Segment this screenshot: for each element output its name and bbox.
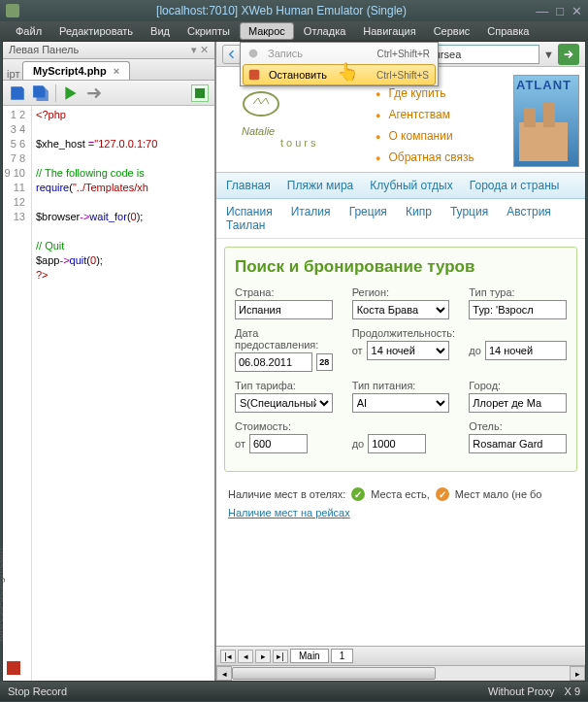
avail-ok-text: Места есть,	[371, 488, 429, 500]
menu-service[interactable]: Сервис	[426, 23, 478, 39]
date-label: Дата предоставления:	[235, 327, 333, 351]
stop-record-icon	[245, 67, 263, 83]
nav-beaches[interactable]: Пляжи мира	[287, 179, 354, 192]
watermark-text: fortress-design.com	[0, 548, 5, 642]
subnav-italy[interactable]: Италия	[291, 205, 331, 218]
menu-edit[interactable]: Редактировать	[51, 23, 141, 39]
save-button[interactable]	[9, 84, 26, 102]
run-button[interactable]	[62, 84, 80, 102]
cost-from-input[interactable]	[249, 434, 308, 453]
tab-prev-button[interactable]: ◂	[238, 650, 253, 663]
hotel-label: Отель:	[469, 420, 567, 432]
menu-macros[interactable]: Макрос	[240, 22, 294, 40]
browser-tab-1[interactable]: 1	[331, 649, 354, 663]
svg-text:Natalie: Natalie	[242, 125, 275, 137]
cost-to-input[interactable]	[368, 434, 426, 453]
menu-view[interactable]: Вид	[143, 23, 178, 39]
scroll-thumb[interactable]	[232, 667, 436, 680]
calendar-icon[interactable]: 28	[316, 353, 333, 371]
menu-navigation[interactable]: Навигация	[355, 23, 423, 39]
tariff-select[interactable]: S(Специальный)	[235, 393, 333, 413]
availability-section: Наличие мест в отелях: ✓ Места есть, ✓ М…	[216, 480, 585, 526]
editor-tab-label: MyScript4.php	[33, 65, 107, 77]
close-button[interactable]: ✕	[572, 4, 582, 18]
top-links: Где купить Агентствам О компании Обратна…	[368, 75, 504, 168]
code-editor[interactable]: 1 2 3 4 5 6 7 8 9 10 11 12 13 <?php $xhe…	[3, 106, 214, 681]
go-button[interactable]	[558, 44, 579, 65]
subnav-thailand[interactable]: Таилан	[226, 218, 265, 232]
close-tab-icon[interactable]: ×	[114, 65, 119, 77]
subnav-cyprus[interactable]: Кипр	[406, 205, 432, 218]
left-panel-collapse-icon[interactable]: ▾ ✕	[191, 44, 209, 56]
tab-last-button[interactable]: ▸|	[273, 650, 288, 663]
step-button[interactable]	[85, 84, 103, 102]
separator	[55, 84, 56, 102]
status-proxy: Without Proxy	[488, 685, 554, 697]
cost-label: Стоимость:	[235, 420, 333, 432]
date-input[interactable]	[235, 352, 312, 372]
menu-help[interactable]: Справка	[479, 23, 537, 39]
nav-back-button[interactable]	[222, 45, 242, 64]
tab-first-button[interactable]: |◂	[220, 650, 236, 663]
minimize-button[interactable]: —	[536, 4, 548, 18]
browser-tab-main[interactable]: Main	[290, 649, 329, 663]
menu-debug[interactable]: Отладка	[296, 23, 353, 39]
link-company[interactable]: О компании	[376, 125, 504, 147]
avail-flights-link[interactable]: Наличие мест на рейсах	[228, 507, 350, 518]
nights-to-input[interactable]	[485, 341, 567, 360]
editor-tab-active[interactable]: MyScript4.php ×	[22, 61, 130, 80]
watermark-logo-icon	[7, 661, 20, 675]
meal-label: Тип питания:	[352, 380, 450, 391]
tab-next-button[interactable]: ▸	[255, 650, 271, 663]
banner-ad[interactable]: ATLANT	[513, 75, 579, 167]
svg-rect-7	[524, 108, 536, 127]
svg-rect-8	[543, 103, 555, 127]
horizontal-scrollbar[interactable]: ◂ ▸	[216, 665, 585, 681]
status-bar: Stop Record Without Proxy X 9	[0, 682, 588, 701]
svg-rect-6	[519, 122, 568, 161]
region-select[interactable]: Коста Брава	[352, 300, 450, 319]
avail-label: Наличие мест в отелях:	[228, 488, 345, 500]
type-input[interactable]	[469, 300, 567, 319]
subnav-greece[interactable]: Греция	[349, 205, 387, 218]
stop-button[interactable]	[191, 84, 209, 102]
subnav-austria[interactable]: Австрия	[506, 205, 551, 218]
svg-point-1	[249, 50, 258, 58]
site-logo[interactable]: Natalietours	[222, 75, 358, 162]
status-coord: X 9	[564, 685, 580, 697]
scroll-right-button[interactable]: ▸	[570, 666, 585, 681]
subnav-spain[interactable]: Испания	[226, 205, 273, 218]
subnav-turkey[interactable]: Турция	[450, 205, 488, 218]
main-menubar: Файл Редактировать Вид Скрипты Макрос От…	[0, 21, 588, 41]
save-all-button[interactable]	[32, 84, 49, 102]
browser-tab-strip: |◂ ◂ ▸ ▸| Main 1	[216, 646, 585, 665]
maximize-button[interactable]: □	[556, 4, 564, 18]
type-label: Тип тура:	[469, 286, 567, 298]
menu-file[interactable]: Файл	[8, 23, 49, 39]
meal-select[interactable]: AI	[352, 393, 450, 413]
app-icon	[6, 4, 19, 17]
nav-club[interactable]: Клубный отдых	[370, 179, 452, 192]
left-panel-title: Левая Панель	[9, 44, 79, 56]
avail-few-icon: ✓	[436, 487, 449, 501]
svg-text:tours: tours	[280, 137, 318, 149]
webpage-viewport[interactable]: Natalietours Где купить Агентствам О ком…	[216, 67, 585, 646]
hotel-input[interactable]	[469, 434, 567, 453]
country-input[interactable]	[235, 300, 333, 319]
svg-rect-0	[195, 88, 205, 98]
link-contact[interactable]: Обратная связь	[376, 147, 504, 168]
code-content[interactable]: <?php $xhe_host ="127.0.0.1:70 // The fo…	[32, 106, 214, 681]
nav-main[interactable]: Главная	[226, 179, 271, 192]
avail-few-text: Мест мало (не бо	[455, 488, 542, 500]
link-agents[interactable]: Агентствам	[376, 104, 504, 125]
menu-scripts[interactable]: Скрипты	[180, 23, 238, 39]
url-dropdown-icon[interactable]: ▼	[543, 49, 554, 60]
search-form: Поиск и бронирование туров Страна: Регио…	[224, 247, 577, 472]
nights-from-select[interactable]: 14 ночей	[367, 341, 450, 360]
avail-ok-icon: ✓	[351, 487, 365, 501]
nav-cities[interactable]: Города и страны	[470, 179, 560, 192]
city-input[interactable]	[469, 393, 567, 413]
scroll-left-button[interactable]: ◂	[216, 666, 232, 681]
window-title: [localhost:7010] XWeb Human Emulator (Si…	[27, 4, 536, 17]
browser-panel: ▼ Запись Ctrl+Shift+R Остановить Ctrl+Sh…	[216, 42, 585, 681]
